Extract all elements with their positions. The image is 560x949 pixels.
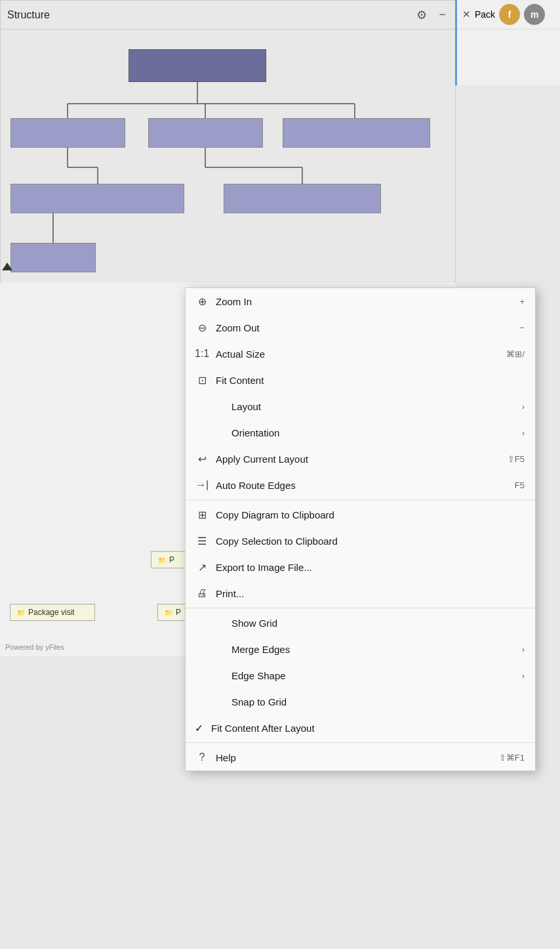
structure-titlebar: Structure ⚙ − xyxy=(1,1,455,30)
menu-item-left-7: →|Auto Route Edges xyxy=(195,479,296,491)
menu-label-8: Copy Diagram to Clipboard xyxy=(216,509,334,520)
menu-icon-3: ⊡ xyxy=(195,374,209,387)
powered-by-label: Powered by yFiles xyxy=(5,643,64,651)
menu-item-13[interactable]: Merge Edges› xyxy=(186,636,535,662)
menu-shortcut-0: + xyxy=(519,297,525,306)
package-node-3-label: P xyxy=(176,608,181,617)
menu-label-14: Edge Shape xyxy=(231,670,286,681)
menu-arrow-4: › xyxy=(522,402,525,411)
menu-item-15[interactable]: Snap to Grid xyxy=(186,688,535,715)
menu-item-14[interactable]: Edge Shape› xyxy=(186,662,535,688)
menu-label-9: Copy Selection to Clipboard xyxy=(216,536,338,547)
menu-item-left-4: Layout xyxy=(210,401,261,412)
menu-icon-10: ↗ xyxy=(195,561,209,574)
menu-item-left-1: ⊖Zoom Out xyxy=(195,322,260,334)
menu-shortcut-17: ⇧⌘F1 xyxy=(499,753,525,763)
right-panel-header: ✕ Pack f m xyxy=(457,0,560,30)
menu-item-10[interactable]: ↗Export to Image File... xyxy=(186,554,535,580)
menu-item-left-9: ☰Copy Selection to Clipboard xyxy=(195,535,338,547)
minimize-button[interactable]: − xyxy=(436,7,449,23)
menu-item-5[interactable]: Orientation› xyxy=(186,419,535,446)
menu-divider-11 xyxy=(186,608,535,608)
node-root[interactable] xyxy=(129,49,266,82)
menu-item-left-15: Snap to Grid xyxy=(210,696,287,707)
menu-label-10: Export to Image File... xyxy=(216,562,312,573)
package-icon-2: 📁 xyxy=(17,609,25,616)
package-icon-1: 📁 xyxy=(158,557,166,564)
menu-label-0: Zoom In xyxy=(216,296,252,307)
menu-label-2: Actual Size xyxy=(216,348,265,360)
menu-item-0[interactable]: ⊕Zoom In+ xyxy=(186,288,535,314)
titlebar-actions: ⚙ − xyxy=(414,7,449,24)
menu-item-left-13: Merge Edges xyxy=(210,644,290,655)
menu-icon-0: ⊕ xyxy=(195,295,209,308)
menu-item-12[interactable]: Show Grid xyxy=(186,610,535,636)
menu-shortcut-2: ⌘⊞/ xyxy=(506,349,525,359)
menu-item-left-2: 1:1Actual Size xyxy=(195,348,265,360)
menu-item-8[interactable]: ⊞Copy Diagram to Clipboard xyxy=(186,501,535,528)
menu-item-left-3: ⊡Fit Content xyxy=(195,374,264,387)
menu-divider-7 xyxy=(186,499,535,500)
menu-label-6: Apply Current Layout xyxy=(216,453,308,465)
menu-item-left-16: ✓Fit Content After Layout xyxy=(195,722,315,734)
menu-item-17[interactable]: ?Help⇧⌘F1 xyxy=(186,744,535,770)
menu-label-11: Print... xyxy=(216,588,244,599)
menu-item-left-0: ⊕Zoom In xyxy=(195,295,252,308)
structure-panel: Structure ⚙ − xyxy=(0,0,456,282)
menu-icon-1: ⊖ xyxy=(195,322,209,334)
menu-icon-7: →| xyxy=(195,479,209,491)
menu-label-12: Show Grid xyxy=(231,618,277,629)
menu-label-17: Help xyxy=(216,752,236,763)
menu-shortcut-6: ⇧F5 xyxy=(508,454,525,464)
menu-item-7[interactable]: →|Auto Route EdgesF5 xyxy=(186,472,535,498)
menu-icon-8: ⊞ xyxy=(195,509,209,521)
menu-label-13: Merge Edges xyxy=(231,644,290,655)
menu-item-6[interactable]: ↩Apply Current Layout⇧F5 xyxy=(186,446,535,472)
menu-label-4: Layout xyxy=(231,401,261,412)
menu-item-3[interactable]: ⊡Fit Content xyxy=(186,367,535,393)
package-node-2[interactable]: 📁 Package visit xyxy=(10,604,95,621)
menu-icon-6: ↩ xyxy=(195,453,209,465)
menu-label-15: Snap to Grid xyxy=(231,696,287,707)
package-node-1-label: P xyxy=(169,555,174,564)
avatar-m: m xyxy=(524,4,545,25)
node-l3a[interactable] xyxy=(10,243,96,272)
menu-label-16: Fit Content After Layout xyxy=(211,723,315,734)
menu-item-2[interactable]: 1:1Actual Size⌘⊞/ xyxy=(186,341,535,367)
menu-label-7: Auto Route Edges xyxy=(216,480,296,491)
avatar-f: f xyxy=(499,4,520,25)
menu-item-9[interactable]: ☰Copy Selection to Clipboard xyxy=(186,528,535,554)
menu-item-1[interactable]: ⊖Zoom Out− xyxy=(186,314,535,341)
menu-item-left-6: ↩Apply Current Layout xyxy=(195,453,308,465)
node-l1a[interactable] xyxy=(10,118,125,148)
menu-divider-16 xyxy=(186,742,535,743)
node-l1b[interactable] xyxy=(148,118,263,148)
menu-item-left-11: 🖨Print... xyxy=(195,587,244,599)
menu-item-left-8: ⊞Copy Diagram to Clipboard xyxy=(195,509,334,521)
menu-shortcut-1: − xyxy=(519,323,525,333)
menu-item-left-17: ?Help xyxy=(195,751,236,763)
check-mark-16: ✓ xyxy=(195,722,203,734)
menu-item-4[interactable]: Layout› xyxy=(186,393,535,419)
menu-item-left-14: Edge Shape xyxy=(210,670,286,681)
node-l2a[interactable] xyxy=(10,184,184,213)
menu-icon-11: 🖨 xyxy=(195,587,209,599)
right-panel: ✕ Pack f m xyxy=(455,0,560,85)
node-l1c[interactable] xyxy=(283,118,430,148)
diagram-area xyxy=(1,30,455,283)
menu-item-11[interactable]: 🖨Print... xyxy=(186,580,535,606)
menu-item-left-10: ↗Export to Image File... xyxy=(195,561,312,574)
menu-icon-9: ☰ xyxy=(195,535,209,547)
arrow-up-indicator xyxy=(2,263,12,270)
package-icon-3: 📁 xyxy=(165,609,172,616)
context-menu: ⊕Zoom In+⊖Zoom Out−1:1Actual Size⌘⊞/⊡Fit… xyxy=(185,287,536,771)
menu-item-left-5: Orientation xyxy=(210,427,279,438)
menu-arrow-13: › xyxy=(522,644,525,654)
node-l2b[interactable] xyxy=(224,184,381,213)
settings-button[interactable]: ⚙ xyxy=(414,7,430,24)
menu-item-16[interactable]: ✓Fit Content After Layout xyxy=(186,715,535,741)
structure-title: Structure xyxy=(7,9,50,21)
close-button[interactable]: ✕ xyxy=(462,9,471,20)
menu-label-3: Fit Content xyxy=(216,375,264,386)
menu-item-left-12: Show Grid xyxy=(210,618,277,629)
